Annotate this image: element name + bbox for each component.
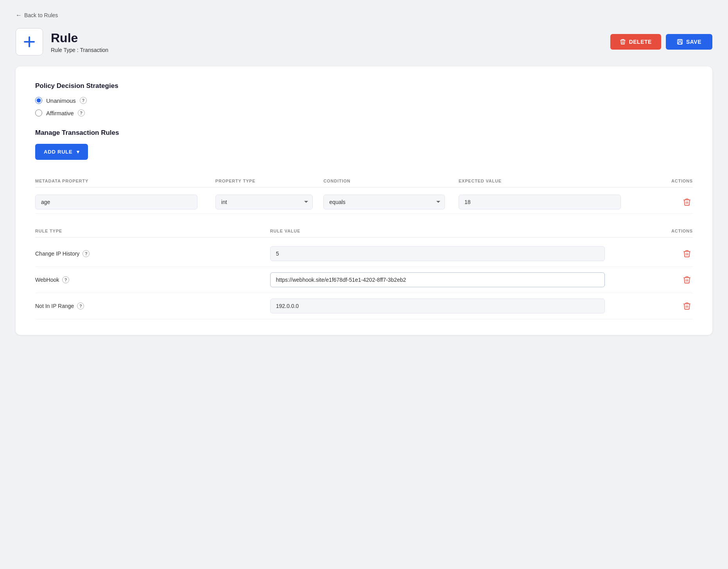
delete-change-ip-icon xyxy=(683,249,691,258)
property-type-select[interactable]: int string boolean float xyxy=(215,195,313,209)
change-ip-value-input[interactable] xyxy=(270,246,605,261)
save-button[interactable]: SAVE xyxy=(666,34,712,50)
webhook-value-input[interactable] xyxy=(270,272,605,287)
expected-value-cell xyxy=(459,195,639,209)
radio-unanimous-label: Unanimous xyxy=(46,97,76,104)
metadata-table-header: METADATA PROPERTY PROPERTY TYPE CONDITIO… xyxy=(35,175,693,188)
rule-table-header: RULE TYPE RULE VALUE ACTIONS xyxy=(35,225,693,238)
expected-value-input[interactable] xyxy=(459,195,621,209)
rule-subtitle: Rule Type : Transaction xyxy=(51,47,108,53)
metadata-property-cell xyxy=(35,195,215,209)
table-row: Change IP History ? xyxy=(35,241,693,267)
metadata-table: METADATA PROPERTY PROPERTY TYPE CONDITIO… xyxy=(35,175,693,214)
affirmative-help-icon[interactable]: ? xyxy=(78,109,85,116)
col-actions-2: ACTIONS xyxy=(622,229,693,233)
radio-group: Unanimous ? Affirmative ? xyxy=(35,97,693,116)
save-icon xyxy=(677,39,683,45)
delete-button[interactable]: DELETE xyxy=(610,34,661,50)
back-link-label: Back to Rules xyxy=(24,12,58,18)
not-in-ip-value-input[interactable] xyxy=(270,299,605,313)
add-rule-button[interactable]: ADD RULE ▾ xyxy=(35,144,88,160)
unanimous-help-icon[interactable]: ? xyxy=(80,97,87,104)
delete-change-ip-button[interactable] xyxy=(681,248,693,259)
rule-table: RULE TYPE RULE VALUE ACTIONS Change IP H… xyxy=(35,225,693,319)
col-metadata-property: METADATA PROPERTY xyxy=(35,179,215,183)
radio-affirmative[interactable]: Affirmative ? xyxy=(35,109,693,116)
rule-icon xyxy=(16,28,43,55)
radio-affirmative-label: Affirmative xyxy=(46,110,74,116)
webhook-actions xyxy=(622,274,693,286)
condition-cell: equals not equals greater than less than xyxy=(323,195,459,209)
col-rule-value: RULE VALUE xyxy=(270,229,622,233)
back-link[interactable]: ← Back to Rules xyxy=(16,12,712,19)
not-in-ip-range-label: Not In IP Range ? xyxy=(35,302,270,310)
change-ip-help-icon[interactable]: ? xyxy=(82,250,90,257)
col-expected-value: EXPECTED VALUE xyxy=(459,179,639,183)
delete-row-1-button[interactable] xyxy=(681,196,693,208)
change-ip-history-label: Change IP History ? xyxy=(35,250,270,257)
header-actions: DELETE SAVE xyxy=(610,34,712,50)
rule-info: Rule Rule Type : Transaction xyxy=(51,30,108,53)
row-actions-cell-1 xyxy=(639,196,693,208)
radio-affirmative-input[interactable] xyxy=(35,109,42,116)
condition-select[interactable]: equals not equals greater than less than xyxy=(323,195,445,209)
policy-title: Policy Decision Strategies xyxy=(35,82,693,90)
table-row: Not In IP Range ? xyxy=(35,293,693,319)
table-row: WebHook ? xyxy=(35,267,693,293)
change-ip-value-cell xyxy=(270,246,622,261)
delete-not-in-ip-icon xyxy=(683,302,691,310)
radio-unanimous[interactable]: Unanimous ? xyxy=(35,97,693,104)
back-arrow-icon: ← xyxy=(16,12,22,19)
col-condition: CONDITION xyxy=(323,179,459,183)
delete-icon xyxy=(620,39,626,45)
main-card: Policy Decision Strategies Unanimous ? A… xyxy=(16,66,712,335)
manage-title: Manage Transaction Rules xyxy=(35,129,693,137)
header-left: Rule Rule Type : Transaction xyxy=(16,28,108,55)
metadata-property-input[interactable] xyxy=(35,195,197,209)
webhook-label: WebHook ? xyxy=(35,276,270,283)
add-rule-label: ADD RULE xyxy=(44,149,73,155)
page-title: Rule xyxy=(51,30,108,45)
delete-not-in-ip-button[interactable] xyxy=(681,300,693,312)
webhook-value-cell xyxy=(270,272,622,287)
svg-rect-2 xyxy=(678,42,681,44)
table-row: int string boolean float equals not equa… xyxy=(35,191,693,214)
delete-webhook-button[interactable] xyxy=(681,274,693,286)
col-property-type: PROPERTY TYPE xyxy=(215,179,324,183)
col-rule-type: RULE TYPE xyxy=(35,229,270,233)
col-actions-1: ACTIONS xyxy=(639,179,693,183)
chevron-down-icon: ▾ xyxy=(77,149,80,155)
property-type-cell: int string boolean float xyxy=(215,195,324,209)
not-in-ip-actions xyxy=(622,300,693,312)
change-ip-actions xyxy=(622,248,693,259)
delete-webhook-icon xyxy=(683,276,691,284)
webhook-help-icon[interactable]: ? xyxy=(62,276,69,283)
page-header: Rule Rule Type : Transaction DELETE SAVE xyxy=(16,28,712,55)
delete-row-1-icon xyxy=(683,198,691,206)
radio-unanimous-input[interactable] xyxy=(35,97,42,104)
not-in-ip-value-cell xyxy=(270,299,622,313)
svg-rect-1 xyxy=(679,39,681,41)
not-in-ip-help-icon[interactable]: ? xyxy=(77,302,84,310)
